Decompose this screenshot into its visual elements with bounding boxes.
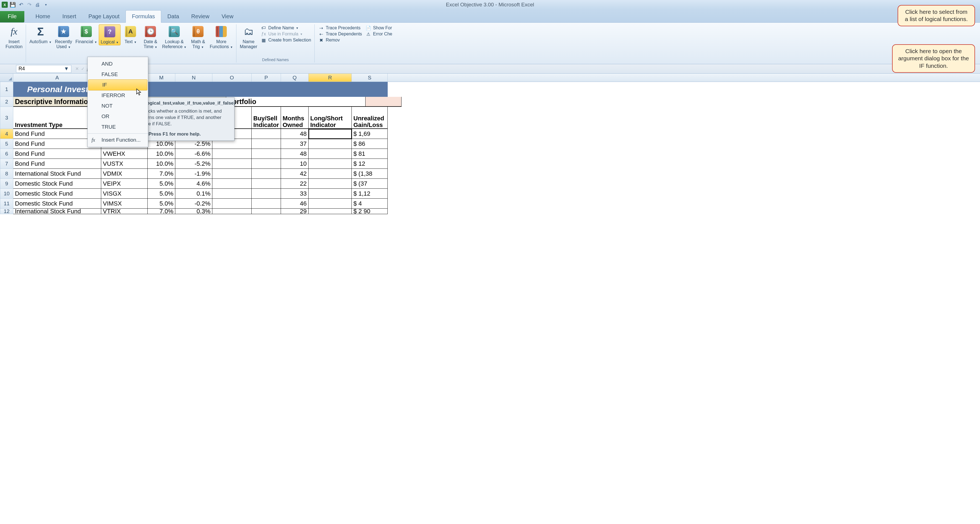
- tab-formulas[interactable]: Formulas: [126, 10, 161, 23]
- cell[interactable]: [212, 189, 251, 199]
- row-header-11[interactable]: 11: [0, 199, 13, 209]
- redo-icon[interactable]: ↷: [26, 2, 33, 8]
- row-header-2[interactable]: 2: [0, 97, 13, 107]
- cell[interactable]: $ 4: [352, 199, 388, 209]
- cell[interactable]: [309, 209, 352, 214]
- define-name-button[interactable]: 🏷Define Name ▼: [261, 25, 311, 30]
- menu-item-and[interactable]: AND: [88, 59, 148, 69]
- insert-function-button[interactable]: fxInsert Function: [4, 24, 24, 49]
- cell[interactable]: VIMSX: [101, 199, 148, 209]
- row-header-7[interactable]: 7: [0, 159, 13, 169]
- row-header-4[interactable]: 4: [0, 129, 13, 139]
- menu-item-insert-function[interactable]: fxInsert Function...: [88, 135, 148, 145]
- cell[interactable]: VDMIX: [101, 169, 148, 179]
- row-header-9[interactable]: 9: [0, 179, 13, 189]
- cell[interactable]: $ 1,12: [352, 189, 388, 199]
- cell[interactable]: [251, 129, 281, 139]
- cell[interactable]: [251, 169, 281, 179]
- menu-item-iferror[interactable]: IFERROR: [88, 90, 148, 101]
- cell[interactable]: International Stock Fund: [13, 209, 101, 214]
- section-header-portfolio[interactable]: Portfolio: [226, 97, 366, 107]
- logical-button[interactable]: ?Logical ▼: [99, 24, 121, 45]
- col-header-N[interactable]: N: [175, 73, 212, 81]
- tab-home[interactable]: Home: [29, 11, 56, 22]
- text-button[interactable]: AText ▼: [121, 24, 140, 45]
- remove-arrows-button[interactable]: ✖Remov: [318, 38, 362, 43]
- cell[interactable]: VEIPX: [101, 179, 148, 189]
- cell[interactable]: Bond Fund: [13, 149, 101, 159]
- cell[interactable]: $ 2 90: [352, 209, 388, 214]
- math-trig-button[interactable]: θMath & Trig ▼: [188, 24, 208, 49]
- tab-page-layout[interactable]: Page Layout: [83, 11, 126, 22]
- cell[interactable]: $ 86: [352, 139, 388, 149]
- cell[interactable]: 5.0%: [148, 189, 175, 199]
- cell[interactable]: 46: [281, 199, 309, 209]
- tab-data[interactable]: Data: [161, 11, 185, 22]
- cell[interactable]: [309, 199, 352, 209]
- cell[interactable]: [251, 179, 281, 189]
- title-cell[interactable]: Personal Investment Portfolio: [13, 82, 388, 97]
- cell[interactable]: [309, 179, 352, 189]
- cell[interactable]: 29: [281, 209, 309, 214]
- header-months-owned[interactable]: Months Owned: [281, 107, 309, 129]
- tab-insert[interactable]: Insert: [56, 11, 83, 22]
- row-header-8[interactable]: 8: [0, 169, 13, 179]
- cell[interactable]: [309, 169, 352, 179]
- menu-item-false[interactable]: FALSE: [88, 69, 148, 80]
- row-header-5[interactable]: 5: [0, 139, 13, 149]
- cell[interactable]: [309, 189, 352, 199]
- use-in-formula-button[interactable]: ƒxUse in Formula ▼: [261, 32, 311, 37]
- financial-button[interactable]: $Financial ▼: [74, 24, 99, 45]
- save-icon[interactable]: 💾: [10, 2, 16, 8]
- cell[interactable]: Domestic Stock Fund: [13, 199, 101, 209]
- cell[interactable]: [309, 159, 352, 169]
- col-header-Q[interactable]: Q: [281, 73, 309, 81]
- cell[interactable]: [212, 179, 251, 189]
- cell[interactable]: 7.0%: [148, 169, 175, 179]
- cancel-icon[interactable]: ✕: [75, 66, 79, 72]
- cell[interactable]: [309, 139, 352, 149]
- menu-item-not[interactable]: NOT: [88, 101, 148, 111]
- trace-precedents-button[interactable]: ⇢Trace Precedents: [318, 25, 362, 30]
- cell[interactable]: International Stock Fund: [13, 169, 101, 179]
- col-header-O[interactable]: O: [212, 73, 251, 81]
- row-header-6[interactable]: 6: [0, 149, 13, 159]
- select-all-button[interactable]: [0, 73, 13, 81]
- namebox-dropdown-icon[interactable]: ▼: [64, 66, 69, 72]
- cell[interactable]: VTRIX: [101, 209, 148, 214]
- cell[interactable]: $ 12: [352, 159, 388, 169]
- create-from-selection-button[interactable]: ▦Create from Selection: [261, 38, 311, 43]
- autosum-button[interactable]: ΣAutoSum ▼: [28, 24, 53, 45]
- cell[interactable]: 5.0%: [148, 199, 175, 209]
- cell[interactable]: [251, 199, 281, 209]
- name-box[interactable]: R4▼: [16, 65, 72, 73]
- cell[interactable]: 22: [281, 179, 309, 189]
- tab-view[interactable]: View: [215, 11, 239, 22]
- cell[interactable]: [212, 209, 251, 214]
- cell[interactable]: 48: [281, 149, 309, 159]
- cell[interactable]: -1.9%: [175, 169, 212, 179]
- header-buy-sell[interactable]: Buy/Sell Indicator: [251, 107, 281, 129]
- qat-customize-icon[interactable]: ▾: [43, 2, 49, 8]
- col-header-S[interactable]: S: [352, 73, 388, 81]
- undo-icon[interactable]: ↶: [18, 2, 24, 8]
- cell[interactable]: 10.0%: [148, 159, 175, 169]
- col-header-P[interactable]: P: [251, 73, 281, 81]
- col-header-M[interactable]: M: [148, 73, 175, 81]
- cell[interactable]: Bond Fund: [13, 159, 101, 169]
- cell[interactable]: VUSTX: [101, 159, 148, 169]
- enter-icon[interactable]: ✓: [81, 66, 84, 72]
- cell[interactable]: 0.3%: [175, 209, 212, 214]
- col-header-R[interactable]: R: [309, 73, 352, 81]
- date-time-button[interactable]: 🕒Date & Time ▼: [140, 24, 161, 49]
- tab-file[interactable]: File: [0, 11, 24, 22]
- cell[interactable]: 10.0%: [148, 149, 175, 159]
- cell[interactable]: [212, 159, 251, 169]
- cell[interactable]: [309, 149, 352, 159]
- cell[interactable]: 0.1%: [175, 189, 212, 199]
- cell[interactable]: 7.0%: [148, 209, 175, 214]
- header-gain-loss[interactable]: Unrealized Gain/Loss: [352, 107, 388, 129]
- row-header-1[interactable]: 1: [0, 82, 13, 97]
- lookup-button[interactable]: 🔍Lookup & Reference ▼: [161, 24, 188, 49]
- cell[interactable]: 10: [281, 159, 309, 169]
